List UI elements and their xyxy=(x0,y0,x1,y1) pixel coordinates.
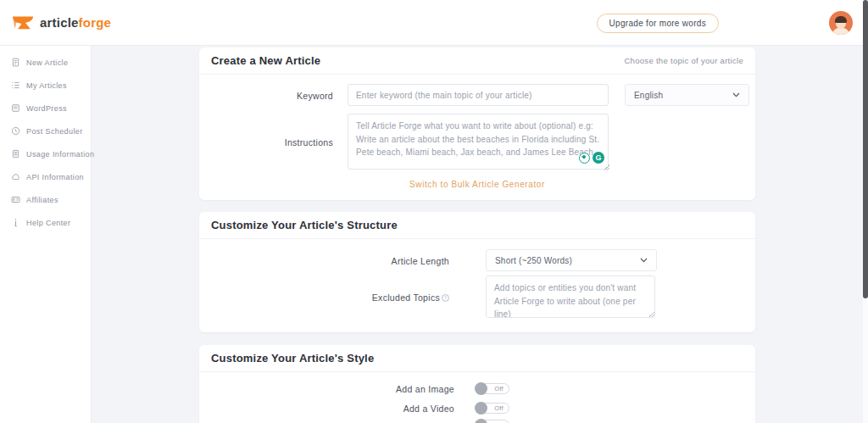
top-header-bar: articleforge Upgrade for more words xyxy=(0,0,868,46)
create-card-header: Create a New Article Choose the topic of… xyxy=(199,47,755,75)
add-video-label: Add a Video xyxy=(199,404,454,414)
excluded-topics-textarea[interactable] xyxy=(486,276,655,318)
sidebar-item-help-center[interactable]: Help Center xyxy=(0,211,91,234)
toggle-knob xyxy=(475,402,487,415)
anvil-logo-icon xyxy=(11,11,36,33)
create-article-card: Create a New Article Choose the topic of… xyxy=(199,47,755,200)
upgrade-button[interactable]: Upgrade for more words xyxy=(597,14,719,33)
style-card-header: Customize Your Article's Style xyxy=(199,345,755,372)
svg-text:W: W xyxy=(14,106,18,110)
api-information-icon xyxy=(11,172,20,181)
sidebar-item-label: New Article xyxy=(26,58,68,67)
post-scheduler-icon xyxy=(11,126,20,136)
style-card: Customize Your Article's Style Add an Im… xyxy=(199,345,755,423)
excluded-topics-label-text: Excluded Topics xyxy=(372,292,440,303)
excluded-topics-help-icon[interactable]: ? xyxy=(442,294,449,302)
usage-information-icon xyxy=(11,149,20,159)
sidebar-item-label: Post Scheduler xyxy=(26,127,83,136)
create-card-subtitle: Choose the topic of your article xyxy=(624,56,743,65)
user-avatar[interactable] xyxy=(829,11,853,35)
add-image-toggle[interactable]: Off xyxy=(475,382,509,395)
switch-bulk-generator-link[interactable]: Switch to Bulk Article Generator xyxy=(199,180,755,189)
sidebar-item-affiliates[interactable]: Affiliates xyxy=(0,188,91,211)
sidebar-item-label: My Articles xyxy=(26,81,67,90)
instructions-textarea[interactable] xyxy=(348,114,609,170)
keyword-label: Keyword xyxy=(199,91,333,101)
wordpress-icon: W xyxy=(11,103,20,113)
sidebar-item-usage-information[interactable]: Usage Information xyxy=(0,142,91,165)
create-card-title: Create a New Article xyxy=(211,54,320,67)
structure-card-header: Customize Your Article's Structure xyxy=(199,212,755,239)
add-image-label: Add an Image xyxy=(199,384,454,394)
suggestion-bulb-icon[interactable] xyxy=(579,153,590,164)
toggle-state-label: Off xyxy=(494,404,504,412)
grammarly-g-icon[interactable]: G xyxy=(593,152,604,164)
sidebar-item-wordpress[interactable]: W WordPress xyxy=(0,97,91,120)
page-scrollbar-track[interactable] xyxy=(863,0,868,423)
logo-wordmark: articleforge xyxy=(40,15,111,30)
avatar-body xyxy=(832,28,849,35)
article-length-value: Short (~250 Words) xyxy=(495,256,572,265)
chevron-down-icon xyxy=(640,258,648,263)
new-article-icon xyxy=(11,58,20,67)
textarea-resize-handle[interactable] xyxy=(648,311,654,317)
style-card-title: Customize Your Article's Style xyxy=(211,352,374,365)
language-select-value: English xyxy=(634,91,663,100)
affiliates-icon xyxy=(11,195,20,204)
sidebar-nav: New Article My Articles W WordPress Post… xyxy=(0,46,92,423)
partial-toggle-clipped[interactable] xyxy=(475,419,509,423)
sidebar-item-api-information[interactable]: API Information xyxy=(0,165,91,188)
sidebar-item-label: API Information xyxy=(26,173,84,181)
sidebar-item-my-articles[interactable]: My Articles xyxy=(0,74,91,97)
sidebar-item-new-article[interactable]: New Article xyxy=(0,51,91,74)
structure-card: Customize Your Article's Structure Artic… xyxy=(199,212,755,332)
toggle-knob xyxy=(475,382,487,395)
my-articles-icon xyxy=(11,81,20,90)
excluded-topics-label: Excluded Topics? xyxy=(199,292,449,303)
toggle-state-label: Off xyxy=(494,385,504,392)
article-length-label: Article Length xyxy=(199,256,449,266)
grammarly-widget[interactable]: G xyxy=(579,152,604,164)
textarea-resize-handle[interactable] xyxy=(604,164,609,170)
sidebar-item-label: Help Center xyxy=(26,219,70,227)
keyword-input[interactable] xyxy=(348,84,609,106)
sidebar-item-label: Affiliates xyxy=(26,196,58,204)
help-center-icon xyxy=(11,218,20,227)
chevron-down-icon xyxy=(732,92,740,97)
article-length-select[interactable]: Short (~250 Words) xyxy=(486,249,657,271)
instructions-label: Instructions xyxy=(199,137,333,147)
add-video-toggle[interactable]: Off xyxy=(475,402,509,415)
language-select[interactable]: English xyxy=(625,84,749,106)
avatar-hair xyxy=(835,16,847,23)
sidebar-item-label: WordPress xyxy=(26,104,67,113)
sidebar-item-label: Usage Information xyxy=(26,150,94,159)
articleforge-logo[interactable]: articleforge xyxy=(11,11,111,33)
structure-card-title: Customize Your Article's Structure xyxy=(211,219,398,231)
sidebar-item-post-scheduler[interactable]: Post Scheduler xyxy=(0,120,91,142)
page-scrollbar-thumb[interactable] xyxy=(863,0,868,298)
